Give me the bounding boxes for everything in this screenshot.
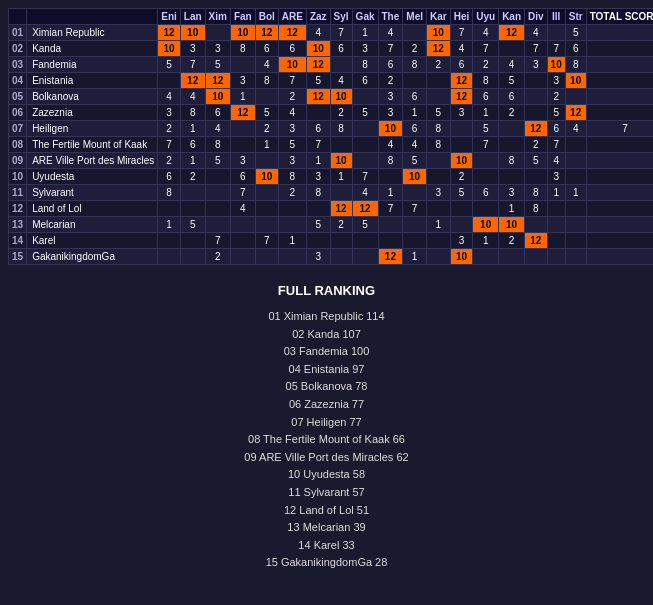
score-cell: 7: [547, 137, 565, 153]
score-cell: [586, 137, 653, 153]
score-cell: 1: [278, 233, 306, 249]
score-cell: [306, 233, 330, 249]
score-cell: 12: [499, 25, 525, 41]
score-cell: 6: [565, 41, 586, 57]
score-cell: 4: [352, 185, 378, 201]
rank-cell: 03: [9, 57, 27, 73]
score-cell: [586, 73, 653, 89]
rank-cell: 11: [9, 185, 27, 201]
score-cell: [255, 89, 278, 105]
score-cell: 10: [378, 121, 403, 137]
score-cell: [426, 201, 450, 217]
score-cell: 7: [205, 233, 230, 249]
name-cell: Melcarian: [27, 217, 158, 233]
full-ranking-title: FULL RANKING: [8, 283, 645, 298]
col-header-1: [27, 9, 158, 25]
score-cell: 6: [278, 41, 306, 57]
main-container: EniLanXimFanBolAREZazSylGakTheMelKarHeiU…: [0, 0, 653, 580]
score-cell: 3: [278, 121, 306, 137]
score-cell: 4: [403, 137, 427, 153]
score-cell: [586, 41, 653, 57]
ranking-list: 01 Ximian Republic 11402 Kanda 10703 Fan…: [8, 308, 645, 572]
score-cell: 5: [306, 217, 330, 233]
score-cell: [255, 217, 278, 233]
score-cell: 1: [352, 25, 378, 41]
score-cell: 7: [180, 57, 205, 73]
score-cell: 1: [180, 121, 205, 137]
score-cell: 3: [205, 41, 230, 57]
score-cell: 1: [180, 153, 205, 169]
score-cell: 5: [352, 217, 378, 233]
score-cell: 4: [205, 121, 230, 137]
score-cell: 8: [230, 41, 255, 57]
score-cell: [586, 153, 653, 169]
rank-cell: 12: [9, 201, 27, 217]
score-cell: 1: [403, 105, 427, 121]
rank-cell: 14: [9, 233, 27, 249]
score-cell: 10: [499, 217, 525, 233]
name-cell: GakanikingdomGa: [27, 249, 158, 265]
score-cell: 7: [378, 201, 403, 217]
score-cell: 10: [205, 89, 230, 105]
score-cell: [180, 249, 205, 265]
col-header-18: Ill: [547, 9, 565, 25]
score-cell: [547, 217, 565, 233]
table-row: 13Melcarian155251101039: [9, 217, 654, 233]
score-cell: 5: [525, 153, 548, 169]
score-cell: [565, 201, 586, 217]
col-header-4: Xim: [205, 9, 230, 25]
score-cell: [330, 185, 352, 201]
score-cell: 2: [330, 217, 352, 233]
score-cell: 10: [306, 41, 330, 57]
name-cell: Bolkanova: [27, 89, 158, 105]
score-cell: 8: [499, 153, 525, 169]
score-cell: 8: [306, 185, 330, 201]
score-cell: [499, 137, 525, 153]
name-cell: ARE Ville Port des Miracles: [27, 153, 158, 169]
rank-cell: 10: [9, 169, 27, 185]
full-ranking-section: FULL RANKING 01 Ximian Republic 11402 Ka…: [8, 283, 645, 572]
score-cell: 2: [330, 105, 352, 121]
score-cell: [403, 25, 427, 41]
score-cell: [450, 121, 473, 137]
score-cell: [180, 233, 205, 249]
score-cell: [565, 249, 586, 265]
score-cell: 4: [525, 25, 548, 41]
rank-cell: 07: [9, 121, 27, 137]
score-cell: 5: [306, 73, 330, 89]
score-cell: 1: [330, 169, 352, 185]
score-cell: 2: [450, 169, 473, 185]
score-cell: 2: [158, 121, 181, 137]
score-cell: 7: [255, 233, 278, 249]
score-cell: [352, 249, 378, 265]
score-cell: 3: [306, 249, 330, 265]
score-cell: [403, 73, 427, 89]
score-cell: 12: [158, 25, 181, 41]
score-cell: 5: [450, 185, 473, 201]
score-cell: 3: [378, 105, 403, 121]
score-cell: [426, 169, 450, 185]
score-cell: 12: [205, 73, 230, 89]
score-cell: [158, 233, 181, 249]
score-cell: [403, 233, 427, 249]
score-cell: 10: [565, 73, 586, 89]
score-cell: [158, 73, 181, 89]
score-cell: 10: [450, 153, 473, 169]
score-cell: 3: [450, 105, 473, 121]
score-cell: 10: [278, 57, 306, 73]
score-cell: 2: [278, 185, 306, 201]
score-cell: 8: [180, 105, 205, 121]
score-cell: 4: [180, 89, 205, 105]
score-cell: [205, 201, 230, 217]
score-cell: 5: [180, 217, 205, 233]
score-cell: 10: [255, 169, 278, 185]
ranking-entry: 12 Land of Lol 51: [284, 504, 369, 516]
score-cell: 4: [473, 25, 499, 41]
score-cell: [565, 217, 586, 233]
score-cell: 6: [158, 169, 181, 185]
score-cell: 10: [547, 57, 565, 73]
score-cell: [255, 249, 278, 265]
score-cell: 8: [330, 121, 352, 137]
score-cell: 2: [205, 249, 230, 265]
score-cell: 2: [158, 153, 181, 169]
